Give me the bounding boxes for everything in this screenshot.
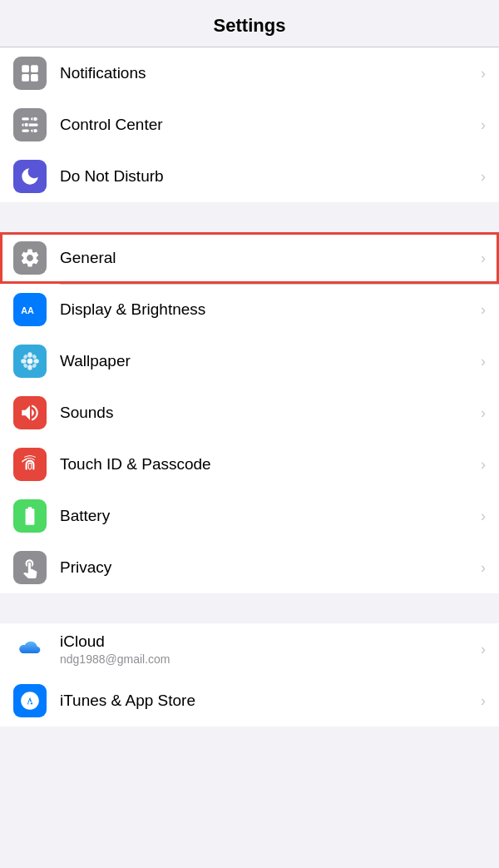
touch-id-label: Touch ID & Passcode: [60, 455, 474, 474]
battery-chevron: ›: [481, 508, 486, 525]
battery-label: Battery: [60, 507, 474, 525]
privacy-chevron: ›: [481, 559, 486, 577]
do-not-disturb-chevron: ›: [481, 168, 486, 186]
svg-point-20: [22, 363, 28, 369]
notifications-content: Notifications: [60, 64, 474, 82]
svg-rect-7: [22, 129, 29, 131]
svg-point-16: [21, 359, 27, 363]
svg-point-11: [33, 128, 37, 132]
icloud-label: iCloud: [60, 632, 474, 651]
wallpaper-label: Wallpaper: [60, 352, 474, 370]
general-content: General: [60, 249, 474, 267]
notifications-icon: [13, 57, 47, 90]
display-brightness-label: Display & Brightness: [60, 300, 474, 319]
itunes-icon: [13, 684, 47, 717]
itunes-row[interactable]: iTunes & App Store ›: [0, 675, 499, 727]
section-2: General › AA Display & Brightness ›: [0, 232, 499, 593]
privacy-icon: [13, 551, 47, 584]
touch-id-icon: [13, 448, 47, 481]
privacy-label: Privacy: [60, 558, 474, 577]
sounds-icon: [13, 396, 47, 429]
wallpaper-chevron: ›: [481, 353, 486, 370]
icloud-chevron: ›: [481, 641, 486, 658]
notifications-label: Notifications: [60, 64, 474, 82]
do-not-disturb-content: Do Not Disturb: [60, 167, 474, 186]
svg-rect-2: [22, 74, 29, 82]
icloud-content: iCloud ndg1988@gmail.com: [60, 632, 474, 666]
notifications-chevron: ›: [481, 65, 486, 82]
sounds-chevron: ›: [481, 404, 486, 422]
touch-id-row[interactable]: Touch ID & Passcode ›: [0, 439, 499, 490]
control-center-label: Control Center: [60, 116, 474, 134]
section-gap-2: [0, 593, 499, 623]
settings-header: Settings: [0, 0, 499, 47]
control-center-chevron: ›: [481, 117, 486, 134]
display-brightness-icon: AA: [13, 293, 47, 326]
section-1: Notifications › Control Center ›: [0, 47, 499, 202]
general-row[interactable]: General ›: [0, 232, 499, 284]
svg-rect-4: [22, 117, 29, 120]
svg-rect-0: [22, 65, 29, 72]
wallpaper-icon: [13, 345, 47, 378]
itunes-chevron: ›: [481, 692, 486, 710]
itunes-content: iTunes & App Store: [60, 692, 474, 710]
page-title: Settings: [214, 15, 286, 36]
section-gap-1: [0, 202, 499, 232]
do-not-disturb-label: Do Not Disturb: [60, 167, 474, 186]
touch-id-chevron: ›: [481, 456, 486, 474]
control-center-icon: [13, 108, 47, 141]
battery-content: Battery: [60, 507, 474, 525]
privacy-content: Privacy: [60, 558, 474, 577]
sounds-content: Sounds: [60, 404, 474, 422]
general-icon: [13, 241, 47, 275]
svg-point-18: [22, 354, 28, 360]
itunes-label: iTunes & App Store: [60, 692, 474, 710]
icloud-icon: [13, 632, 47, 666]
sounds-row[interactable]: Sounds ›: [0, 387, 499, 439]
svg-point-21: [32, 363, 37, 369]
svg-point-13: [27, 359, 33, 365]
display-brightness-row[interactable]: AA Display & Brightness ›: [0, 284, 499, 335]
do-not-disturb-icon: [13, 160, 47, 193]
display-brightness-chevron: ›: [481, 301, 486, 319]
icloud-row[interactable]: iCloud ndg1988@gmail.com ›: [0, 623, 499, 675]
svg-rect-3: [31, 74, 38, 82]
svg-point-14: [27, 352, 32, 358]
svg-text:AA: AA: [21, 305, 34, 315]
sounds-label: Sounds: [60, 404, 474, 422]
battery-row[interactable]: Battery ›: [0, 490, 499, 542]
privacy-row[interactable]: Privacy ›: [0, 542, 499, 593]
section-3: iCloud ndg1988@gmail.com › iTunes & App …: [0, 623, 499, 727]
svg-rect-1: [31, 65, 38, 72]
general-label: General: [60, 249, 474, 267]
control-center-row[interactable]: Control Center ›: [0, 99, 499, 151]
svg-point-17: [33, 359, 39, 363]
touch-id-content: Touch ID & Passcode: [60, 455, 474, 474]
svg-point-10: [24, 122, 28, 126]
svg-point-19: [32, 354, 37, 360]
control-center-content: Control Center: [60, 116, 474, 134]
do-not-disturb-row[interactable]: Do Not Disturb ›: [0, 151, 499, 202]
battery-icon: [13, 499, 47, 533]
svg-point-15: [27, 365, 32, 370]
icloud-email: ndg1988@gmail.com: [60, 652, 474, 666]
general-chevron: ›: [481, 250, 486, 267]
wallpaper-row[interactable]: Wallpaper ›: [0, 335, 499, 387]
wallpaper-content: Wallpaper: [60, 352, 474, 370]
notifications-row[interactable]: Notifications ›: [0, 47, 499, 99]
display-brightness-content: Display & Brightness: [60, 300, 474, 319]
svg-point-9: [33, 117, 37, 121]
